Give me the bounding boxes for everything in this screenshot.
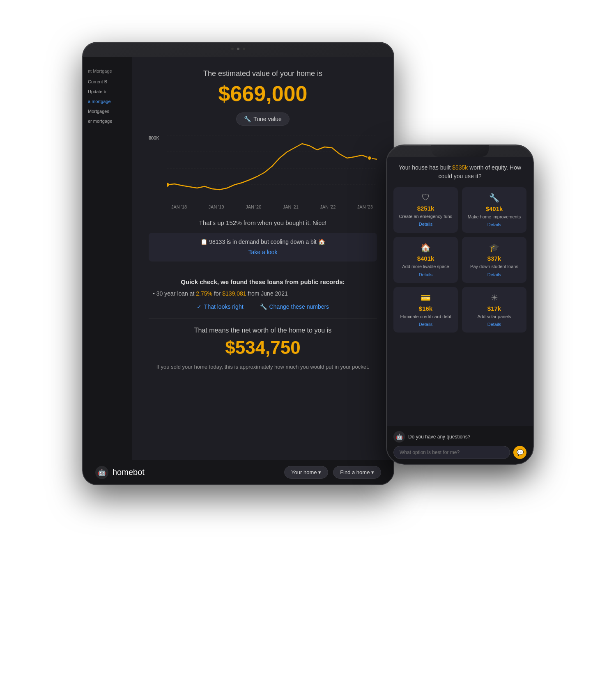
home-value-display: $669,000 xyxy=(149,81,377,106)
demand-text: 📋 98133 is in demand but cooling down a … xyxy=(157,239,369,245)
camera-dot xyxy=(237,48,239,50)
tune-value-label: Tune value xyxy=(253,116,282,122)
homebot-icon: 🤖 xyxy=(95,466,108,479)
credit-card-icon: 💳 xyxy=(398,293,454,303)
chart-y-label-500k: 500K xyxy=(149,135,159,140)
sidebar-item-current[interactable]: Current B xyxy=(83,77,132,87)
equity-card-solar: ☀ $17k Add solar panels Details xyxy=(462,287,526,333)
equity-header-text-1: Your house has built xyxy=(399,164,452,171)
chat-input-row: 💬 xyxy=(393,446,526,459)
chat-bot-icon: 🤖 xyxy=(393,431,405,443)
tablet-camera-bar xyxy=(231,48,245,50)
equity-card-label-4: Pay down student loans xyxy=(466,264,522,269)
equity-card-amount-6: $17k xyxy=(466,305,522,312)
send-icon: 💬 xyxy=(517,449,524,456)
sun-icon: ☀ xyxy=(466,293,522,303)
equity-card-details-2[interactable]: Details xyxy=(466,222,522,227)
equity-header: Your house has built $535k worth of equi… xyxy=(393,163,526,181)
svg-point-5 xyxy=(167,183,169,187)
bottom-nav-pills: Your home ▾ Find a home ▾ xyxy=(284,466,381,479)
equity-card-credit-card: 💳 $16k Eliminate credit card debt Detail… xyxy=(393,287,458,333)
graduation-icon: 🎓 xyxy=(466,243,522,252)
chart-x-label-jan21: JAN '21 xyxy=(283,204,299,209)
equity-card-livable-space: 🏠 $401k Add more livable space Details xyxy=(393,237,458,282)
chart-x-label-jan22: JAN '22 xyxy=(320,204,336,209)
equity-card-details-5[interactable]: Details xyxy=(398,322,454,327)
equity-card-label-1: Create an emergency fund xyxy=(398,213,454,219)
equity-card-details-6[interactable]: Details xyxy=(466,322,522,327)
section-divider-2 xyxy=(149,318,377,319)
that-looks-right-label: That looks right xyxy=(204,303,244,310)
equity-card-amount-5: $16k xyxy=(398,305,454,312)
homebot-name: homebot xyxy=(113,468,145,477)
svg-point-6 xyxy=(368,156,371,160)
equity-card-label-6: Add solar panels xyxy=(466,314,522,319)
estimated-value-label: The estimated value of your home is xyxy=(149,69,377,78)
wrench-icon: 🔧 xyxy=(260,303,267,310)
phone-content: Your house has built $535k worth of equi… xyxy=(387,157,533,464)
tablet-main-content: The estimated value of your home is $669… xyxy=(132,57,393,460)
sidebar-item-mortgage-link[interactable]: a mortgage xyxy=(83,96,132,106)
shield-icon: 🛡 xyxy=(398,193,454,202)
that-looks-right-button[interactable]: ✓ That looks right xyxy=(197,303,244,310)
check-icon: ✓ xyxy=(197,303,202,310)
net-worth-subtitle: If you sold your home today, this is app… xyxy=(149,363,377,371)
phone-device: Your house has built $535k worth of equi… xyxy=(386,145,534,465)
chart-x-label-jan23: JAN '23 xyxy=(357,204,373,209)
equity-options-grid: 🛡 $251k Create an emergency fund Details… xyxy=(393,187,526,333)
equity-card-emergency-fund: 🛡 $251k Create an emergency fund Details xyxy=(393,187,458,233)
take-a-look-link[interactable]: Take a look xyxy=(248,249,278,255)
equity-amount-text: $535k xyxy=(452,164,468,171)
chat-question-text: Do you have any questions? xyxy=(408,434,470,440)
find-home-pill[interactable]: Find a home ▾ xyxy=(333,466,381,479)
equity-card-details-1[interactable]: Details xyxy=(398,222,454,227)
your-home-pill[interactable]: Your home ▾ xyxy=(284,466,328,479)
equity-card-home-improvements: 🔧 $401k Make home improvements Details xyxy=(462,187,526,233)
phone-notch xyxy=(431,145,489,157)
house-icon: 🏠 xyxy=(398,243,454,252)
equity-card-amount-2: $401k xyxy=(466,205,522,212)
chart-x-label-jan19: JAN '19 xyxy=(209,204,224,209)
equity-card-amount-3: $401k xyxy=(398,255,454,262)
home-value-chart: 800K 700K 600K 500K xyxy=(149,135,377,209)
loans-title: Quick check, we found these loans from p… xyxy=(149,278,377,285)
camera-dot xyxy=(231,48,234,50)
tablet-bottom-bar: 🤖 homebot Your home ▾ Find a home ▾ xyxy=(83,460,393,484)
wrench-icon: 🔧 xyxy=(466,193,522,203)
demand-box: 📋 98133 is in demand but cooling down a … xyxy=(149,233,377,262)
equity-card-label-3: Add more livable space xyxy=(398,264,454,269)
equity-card-amount-4: $37k xyxy=(466,255,522,262)
sidebar-item-other-mortgage[interactable]: er mortgage xyxy=(83,116,132,126)
value-increase-text: That's up 152% from when you bought it. … xyxy=(149,219,377,226)
loan-actions: ✓ That looks right 🔧 Change these number… xyxy=(149,303,377,310)
equity-card-amount-1: $251k xyxy=(398,205,454,212)
loan-item-1: • 30 year loan at 2.75% for $139,081 fro… xyxy=(149,290,377,297)
chat-input-field[interactable] xyxy=(393,446,510,459)
equity-card-details-3[interactable]: Details xyxy=(398,272,454,277)
tune-value-button[interactable]: 🔧 Tune value xyxy=(236,112,290,126)
tablet-content: nt Mortgage Current B Update b a mortgag… xyxy=(83,57,393,460)
equity-card-details-4[interactable]: Details xyxy=(466,272,522,277)
sidebar-item-update[interactable]: Update b xyxy=(83,87,132,96)
equity-card-label-2: Make home improvements xyxy=(466,214,522,220)
chart-svg xyxy=(167,135,377,201)
chat-send-button[interactable]: 💬 xyxy=(513,446,526,459)
equity-card-student-loans: 🎓 $37k Pay down student loans Details xyxy=(462,237,526,282)
equity-card-label-5: Eliminate credit card debt xyxy=(398,314,454,319)
net-worth-value: $534,750 xyxy=(149,337,377,358)
section-divider xyxy=(149,270,377,270)
camera-dot xyxy=(243,48,245,50)
sidebar-item-mortgages[interactable]: Mortgages xyxy=(83,106,132,116)
chat-question-row: 🤖 Do you have any questions? xyxy=(393,431,526,443)
tablet-sidebar: nt Mortgage Current B Update b a mortgag… xyxy=(83,57,132,460)
tablet-device: nt Mortgage Current B Update b a mortgag… xyxy=(82,42,394,485)
chart-x-label-jan18: JAN '18 xyxy=(171,204,187,209)
sidebar-mortgage-label: nt Mortgage xyxy=(83,65,132,77)
phone-chat-bar: 🤖 Do you have any questions? 💬 xyxy=(387,426,533,464)
wrench-icon: 🔧 xyxy=(244,116,251,122)
change-numbers-label: Change these numbers xyxy=(269,303,329,310)
homebot-logo: 🤖 homebot xyxy=(95,466,145,479)
net-worth-label: That means the net worth of the home to … xyxy=(149,327,377,334)
change-numbers-button[interactable]: 🔧 Change these numbers xyxy=(260,303,329,310)
phone-scroll-area[interactable]: Your house has built $535k worth of equi… xyxy=(387,157,533,426)
